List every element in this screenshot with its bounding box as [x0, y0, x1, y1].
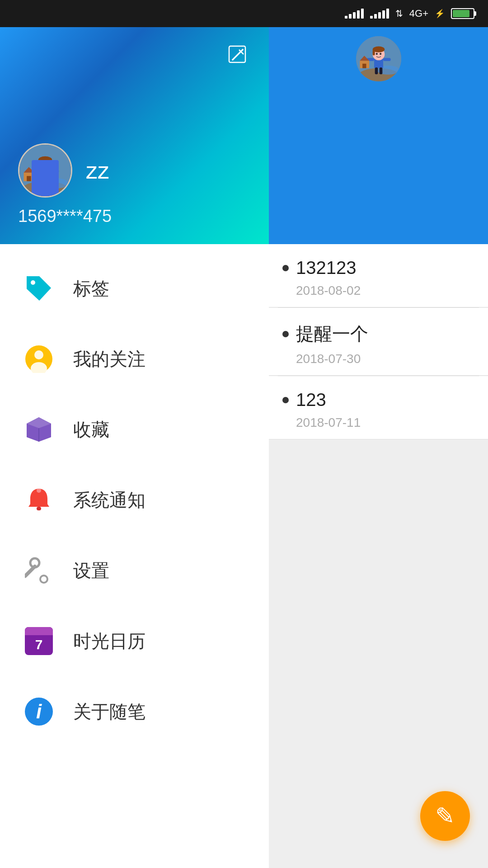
- profile-header: zz 1569****475: [0, 27, 269, 244]
- avatar-image: [19, 145, 71, 196]
- charging-icon: ⚡: [435, 9, 445, 19]
- note-date-2: 2018-07-30: [282, 352, 474, 366]
- note-dot-3: [282, 397, 289, 403]
- svg-rect-45: [362, 64, 366, 68]
- note-title-row-3: 123: [282, 390, 474, 410]
- note-title-1: 132123: [296, 258, 356, 278]
- wrench-icon: [25, 557, 53, 585]
- menu-item-notifications[interactable]: 系统通知: [0, 465, 269, 535]
- menu-label-notifications: 系统通知: [73, 488, 145, 513]
- svg-point-29: [40, 576, 47, 583]
- calendar-number: 7: [25, 637, 53, 652]
- note-item-3[interactable]: 123 2018-07-11: [269, 376, 488, 439]
- box-icon: [25, 415, 53, 443]
- tag-icon: [25, 274, 53, 302]
- right-panel: 132123 2018-08-02 提醒一个 2018-07-30 123: [269, 27, 488, 868]
- avatar[interactable]: [18, 143, 72, 198]
- svg-point-18: [31, 280, 35, 285]
- svg-point-9: [42, 164, 44, 166]
- fab-button[interactable]: ✎: [420, 791, 470, 841]
- note-title-2: 提醒一个: [296, 321, 368, 346]
- username: zz: [86, 157, 109, 184]
- svg-rect-8: [38, 160, 41, 166]
- edit-profile-button[interactable]: [224, 41, 251, 68]
- note-date-1: 2018-08-02: [282, 283, 474, 298]
- note-item-1[interactable]: 132123 2018-08-02: [269, 244, 488, 307]
- menu-item-tags[interactable]: 标签: [0, 253, 269, 324]
- tag-icon-wrap: [23, 272, 55, 305]
- user-row: zz: [18, 143, 251, 198]
- svg-rect-42: [379, 67, 382, 74]
- right-avatar-image: [356, 36, 401, 81]
- status-bar: ⇅ 4G+ ⚡: [0, 0, 488, 27]
- main-container: zz 1569****475 标签: [0, 27, 488, 868]
- bell-icon: [25, 486, 53, 514]
- right-avatar[interactable]: [356, 36, 401, 81]
- calendar-icon-wrap: 7: [23, 625, 55, 657]
- box-icon-wrap: [23, 413, 55, 446]
- phone-number: 1569****475: [18, 207, 251, 226]
- svg-rect-12: [50, 170, 59, 173]
- svg-rect-11: [32, 170, 40, 173]
- right-header: [269, 27, 488, 244]
- note-date-3: 2018-07-11: [282, 415, 474, 430]
- notes-list: 132123 2018-08-02 提醒一个 2018-07-30 123: [269, 244, 488, 868]
- fab-icon: ✎: [435, 804, 455, 828]
- note-dot-1: [282, 265, 289, 271]
- person-icon-wrap: [23, 343, 55, 375]
- note-item-2[interactable]: 提醒一个 2018-07-30: [269, 308, 488, 376]
- menu-item-calendar[interactable]: 7 时光日历: [0, 606, 269, 676]
- signal-icon-1: [345, 9, 364, 19]
- menu-item-favorites[interactable]: 收藏: [0, 394, 269, 465]
- bell-icon-wrap: [23, 484, 55, 516]
- svg-point-26: [37, 488, 41, 493]
- menu-item-settings[interactable]: 设置: [0, 535, 269, 606]
- svg-point-37: [375, 53, 377, 55]
- svg-point-38: [380, 53, 381, 55]
- menu-item-about[interactable]: i 关于随笔: [0, 676, 269, 747]
- svg-rect-36: [372, 49, 375, 55]
- wrench-icon-wrap: [23, 554, 55, 587]
- menu-label-settings: 设置: [73, 558, 109, 583]
- svg-rect-40: [383, 58, 391, 61]
- menu-label-favorites: 收藏: [73, 417, 109, 442]
- user-info: zz 1569****475: [18, 143, 251, 226]
- note-dot-2: [282, 331, 289, 337]
- info-icon: i: [25, 698, 53, 726]
- person-icon: [25, 345, 53, 373]
- note-title-row-2: 提醒一个: [282, 321, 474, 346]
- signal-icon-2: [370, 9, 389, 19]
- info-icon-wrap: i: [23, 695, 55, 728]
- svg-rect-13: [41, 180, 45, 188]
- network-type: 4G+: [409, 8, 428, 19]
- calendar-icon: 7: [25, 627, 53, 655]
- data-transfer-icon: ⇅: [395, 8, 403, 19]
- svg-point-4: [43, 178, 69, 189]
- svg-rect-17: [27, 176, 31, 181]
- svg-rect-25: [37, 507, 41, 510]
- note-title-3: 123: [296, 390, 326, 410]
- menu-label-about: 关于随笔: [73, 699, 145, 724]
- menu-list: 标签 我的关注: [0, 244, 269, 868]
- menu-label-tags: 标签: [73, 276, 109, 301]
- svg-point-6: [38, 158, 52, 172]
- battery-icon: [451, 8, 474, 19]
- note-title-row-1: 132123: [282, 258, 474, 278]
- svg-rect-41: [375, 67, 378, 74]
- status-icons: ⇅ 4G+ ⚡: [345, 8, 474, 19]
- svg-rect-14: [46, 180, 50, 188]
- svg-point-20: [34, 350, 43, 359]
- menu-item-follow[interactable]: 我的关注: [0, 324, 269, 394]
- left-panel: zz 1569****475 标签: [0, 27, 269, 868]
- svg-rect-5: [40, 168, 51, 181]
- menu-label-follow: 我的关注: [73, 347, 145, 372]
- menu-label-calendar: 时光日历: [73, 629, 145, 654]
- svg-point-7: [38, 156, 52, 163]
- svg-point-10: [46, 164, 48, 166]
